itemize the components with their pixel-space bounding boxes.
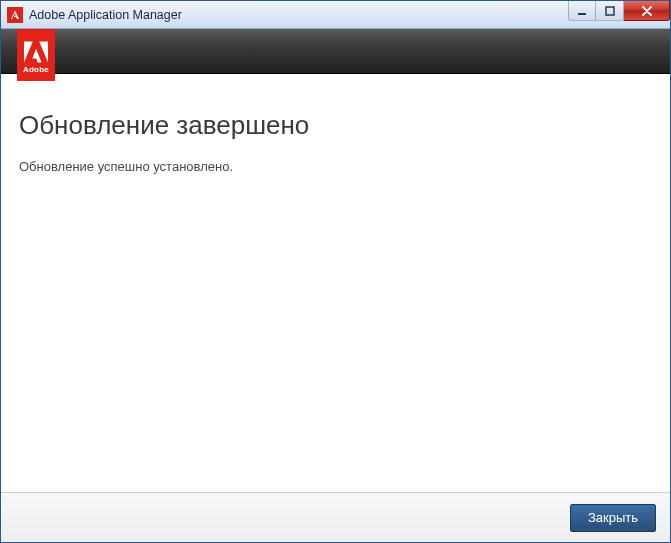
window-title: Adobe Application Manager xyxy=(29,8,568,22)
close-button[interactable]: Закрыть xyxy=(570,504,656,532)
window-maximize-button[interactable] xyxy=(596,1,624,21)
app-icon xyxy=(7,7,23,23)
footer-bar: Закрыть xyxy=(1,492,670,542)
app-window: Adobe Application Manager Adobe Обновлен… xyxy=(0,0,671,543)
update-complete-heading: Обновление завершено xyxy=(19,110,652,141)
window-minimize-button[interactable] xyxy=(568,1,596,21)
window-titlebar[interactable]: Adobe Application Manager xyxy=(1,1,670,29)
adobe-a-icon xyxy=(24,41,48,63)
update-complete-message: Обновление успешно установлено. xyxy=(19,159,652,174)
brand-header: Adobe xyxy=(1,29,670,74)
svg-rect-1 xyxy=(606,7,614,15)
content-area: Обновление завершено Обновление успешно … xyxy=(1,74,670,492)
svg-rect-0 xyxy=(578,13,586,15)
window-controls xyxy=(568,1,670,28)
window-close-button[interactable] xyxy=(624,1,670,21)
adobe-logo: Adobe xyxy=(17,29,55,81)
adobe-brand-text: Adobe xyxy=(23,65,49,74)
